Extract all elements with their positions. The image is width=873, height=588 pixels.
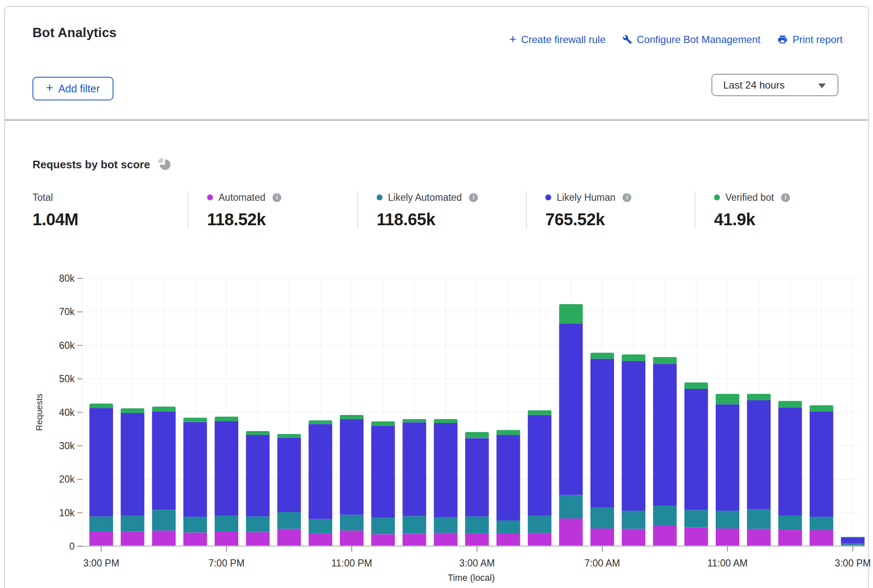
bar-segment-verified-bot (590, 353, 614, 359)
chart-bar-3-00-pm[interactable] (89, 404, 113, 546)
chart-bar-6-00-pm[interactable] (183, 418, 207, 546)
info-icon[interactable]: i (622, 193, 631, 202)
bar-segment-likely-automated (465, 516, 489, 533)
bar-segment-verified-bot (779, 401, 802, 407)
bar-segment-automated (528, 533, 552, 546)
bar-segment-automated (590, 529, 614, 546)
bar-segment-verified-bot (747, 394, 771, 400)
bar-segment-automated (779, 530, 802, 546)
action-create-firewall-rule[interactable]: +Create firewall rule (509, 33, 606, 46)
chart-bar-7-00-am[interactable] (590, 353, 614, 546)
chart-bar-9-00-pm[interactable] (278, 434, 301, 546)
bar-segment-automated (371, 534, 395, 546)
bar-segment-verified-bot (371, 421, 395, 426)
legend-dot (714, 194, 720, 200)
chart-bar-7-00-pm[interactable] (215, 417, 238, 546)
bar-segment-verified-bot (246, 431, 269, 435)
chart-bar-8-00-pm[interactable] (246, 431, 269, 546)
y-tick-label: 50k (59, 373, 75, 384)
chart-bar-11-00-am[interactable] (716, 394, 739, 546)
chart-bar-1-00-am[interactable] (403, 419, 426, 546)
legend-dot (377, 194, 383, 200)
bar-segment-likely-automated (121, 516, 144, 531)
bar-segment-likely-automated (496, 521, 520, 533)
bar-segment-likely-automated (215, 516, 238, 531)
bar-segment-verified-bot (496, 430, 520, 435)
bar-segment-likely-human (309, 424, 332, 519)
bar-segment-verified-bot (121, 408, 144, 413)
x-tick-label: 11:00 AM (707, 558, 747, 569)
add-filter-button[interactable]: + Add filter (32, 77, 113, 100)
bar-segment-likely-human (89, 408, 113, 516)
chart-bar-5-00-pm[interactable] (152, 407, 176, 546)
time-range-select[interactable]: Last 24 hours (711, 74, 838, 96)
bar-segment-automated (121, 531, 144, 546)
bar-segment-likely-human (810, 412, 833, 517)
info-icon[interactable]: i (272, 193, 281, 202)
chart-bar-12-00-am[interactable] (371, 421, 395, 546)
bar-segment-verified-bot (653, 357, 677, 364)
bar-segment-likely-human (215, 421, 238, 516)
stat-likely-automated: Likely Automatedi118.65k (357, 192, 526, 229)
stat-likely-human: Likely Humani765.52k (526, 192, 695, 229)
bar-segment-likely-automated (684, 510, 708, 527)
chart-bar-9-00-am[interactable] (653, 357, 677, 546)
stat-value: 118.52k (207, 210, 357, 229)
bar-segment-likely-automated (434, 517, 458, 533)
bar-segment-likely-automated (183, 517, 207, 532)
stat-value: 41.9k (714, 210, 863, 229)
header-actions: +Create firewall ruleConfigure Bot Manag… (509, 33, 843, 46)
bar-segment-likely-human (465, 438, 489, 517)
bar-segment-verified-bot (841, 537, 865, 537)
chart-bar-8-00-am[interactable] (622, 354, 645, 546)
info-icon[interactable]: i (469, 193, 478, 202)
chart-bar-3-00-am[interactable] (465, 432, 489, 546)
bar-segment-verified-bot (465, 432, 489, 438)
chart-bar-11-00-pm[interactable] (340, 415, 364, 546)
chart-bar-4-00-am[interactable] (496, 430, 520, 546)
bar-segment-verified-bot (89, 404, 113, 408)
chart-bar-6-00-am[interactable] (559, 304, 583, 546)
chart-bar-4-00-pm[interactable] (121, 408, 144, 546)
action-configure-bot-management[interactable]: Configure Bot Management (622, 34, 761, 46)
bot-score-chart: 010k20k30k40k50k60k70k80k3:00 PM7:00 PM1… (0, 262, 873, 588)
x-tick-label: 3:00 PM (83, 558, 119, 569)
bar-segment-likely-human (747, 400, 771, 509)
chart-bar-2-00-pm[interactable] (810, 405, 833, 546)
bar-segment-likely-automated (340, 515, 364, 530)
section-title: Requests by bot score (32, 158, 150, 171)
bar-segment-likely-automated (559, 495, 583, 519)
x-axis-title: Time (local) (448, 573, 495, 583)
action-print-report[interactable]: Print report (777, 34, 843, 46)
bar-segment-verified-bot (810, 405, 833, 412)
stat-value: 765.52k (545, 210, 695, 229)
chart-bar-5-00-am[interactable] (528, 410, 552, 546)
stats-row: Total1.04MAutomatedi118.52kLikely Automa… (32, 192, 863, 229)
y-tick-label: 60k (59, 340, 75, 351)
bar-segment-likely-human (403, 422, 426, 516)
stat-label: Likely Automated (388, 192, 462, 203)
bar-segment-likely-human (684, 389, 708, 510)
chart-bar-10-00-am[interactable] (684, 383, 708, 546)
bar-segment-likely-human (841, 537, 865, 543)
legend-dot (545, 194, 551, 200)
bar-segment-likely-automated (841, 543, 865, 545)
y-tick-label: 70k (59, 306, 75, 317)
bar-segment-automated (340, 531, 364, 546)
y-tick-label: 80k (59, 273, 75, 284)
chart-bar-3-00-pm[interactable] (841, 537, 865, 546)
bar-segment-likely-human (246, 435, 269, 517)
info-icon[interactable]: i (781, 193, 790, 202)
chart-bar-2-00-am[interactable] (434, 419, 458, 546)
bar-segment-verified-bot (716, 394, 739, 405)
bar-segment-likely-human (496, 435, 520, 521)
bar-segment-automated (278, 529, 301, 546)
y-tick-label: 10k (59, 507, 75, 518)
x-tick-label: 3:00 AM (459, 558, 495, 569)
bar-segment-likely-human (653, 364, 677, 506)
stat-label: Likely Human (557, 192, 615, 203)
chart-bar-1-00-pm[interactable] (779, 401, 802, 546)
chart-bar-10-00-pm[interactable] (309, 421, 332, 546)
chart-bar-12-00-pm[interactable] (747, 394, 771, 546)
bar-segment-automated (183, 532, 207, 546)
